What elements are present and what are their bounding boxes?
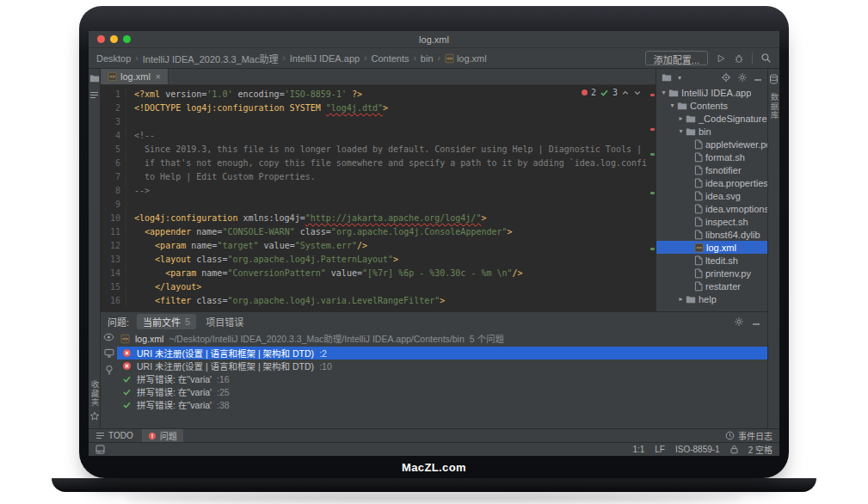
- view-options-eye-icon[interactable]: [103, 333, 114, 341]
- tree-item[interactable]: idea.svg: [656, 189, 767, 202]
- problem-row[interactable]: URI 未注册(设置 | 语言和框架 | 架构和 DTD):2: [117, 347, 767, 360]
- favorites-stripe-label[interactable]: 收藏夹: [89, 380, 101, 408]
- breadcrumb-item[interactable]: IntelliJ IDEA.app: [290, 53, 360, 64]
- error-stripe-mark[interactable]: [650, 192, 655, 194]
- breadcrumb-item[interactable]: Desktop: [96, 53, 131, 64]
- code-line[interactable]: 6 if that's not enough, copy this file s…: [101, 157, 656, 170]
- code-line[interactable]: 16 <filter class="org.apache.log4j.varia…: [101, 294, 656, 308]
- chevron-down-icon[interactable]: ▾: [678, 74, 681, 82]
- caret-position[interactable]: 1:1: [632, 445, 644, 454]
- problems-file-row[interactable]: <> log.xml ~/Desktop/IntelliJ IDEA_2020.…: [117, 330, 767, 347]
- file-icon: [694, 230, 703, 240]
- breadcrumb-item[interactable]: bin: [421, 53, 434, 64]
- code-line[interactable]: 11 <appender name="CONSOLE-WARN" class="…: [101, 225, 656, 239]
- folder-icon: [686, 295, 696, 304]
- problem-row[interactable]: URI 未注册(设置 | 语言和框架 | 架构和 DTD):10: [117, 360, 767, 372]
- editor-tab-logxml[interactable]: <> log.xml ×: [101, 69, 169, 84]
- error-icon: [122, 348, 132, 358]
- database-stripe-icon[interactable]: [769, 74, 779, 84]
- next-problem-icon[interactable]: [633, 89, 642, 97]
- code-line[interactable]: 8-->: [101, 184, 656, 198]
- quick-fix-bulb-icon[interactable]: [105, 365, 114, 376]
- tree-item[interactable]: appletviewer.policy: [656, 138, 767, 151]
- problem-row[interactable]: 拼写错误: 在''varia':16: [117, 372, 767, 385]
- indent-setting[interactable]: 2 空格: [748, 443, 773, 456]
- locate-file-icon[interactable]: [721, 72, 731, 83]
- error-stripe-mark[interactable]: [650, 128, 655, 131]
- code-editor[interactable]: 1<?xml version='1.0' encoding='ISO-8859-…: [101, 85, 656, 311]
- tree-item[interactable]: fsnotifier: [656, 163, 767, 176]
- tree-item[interactable]: ltedit.sh: [656, 254, 767, 267]
- error-icon: [122, 361, 132, 371]
- inspections-widget[interactable]: 2 3: [579, 88, 644, 97]
- breadcrumb-item[interactable]: <>log.xml: [445, 53, 487, 64]
- code-line[interactable]: 12 <param name="target" value="System.er…: [101, 239, 656, 253]
- favorites-star-icon[interactable]: [89, 411, 100, 421]
- tree-item[interactable]: ▾bin: [656, 125, 767, 138]
- code-line[interactable]: 3: [101, 115, 656, 129]
- error-stripe[interactable]: [649, 85, 656, 311]
- close-tab-icon[interactable]: ×: [156, 72, 161, 82]
- search-everywhere-icon[interactable]: [760, 52, 772, 64]
- code-lines[interactable]: 1<?xml version='1.0' encoding='ISO-8859-…: [101, 85, 656, 311]
- tree-item[interactable]: ▸help: [656, 292, 767, 305]
- folder-icon: [668, 89, 679, 97]
- code-line[interactable]: 5 Since 2019.3, this file is no longer l…: [101, 143, 656, 157]
- debug-icon[interactable]: [734, 53, 744, 64]
- tree-item[interactable]: ▸_CodeSignature: [656, 112, 767, 125]
- tree-item[interactable]: ▾Contents: [656, 99, 767, 112]
- file-icon: [694, 191, 703, 201]
- todo-toolwindow-button[interactable]: TODO: [95, 429, 133, 442]
- file-encoding[interactable]: ISO-8859-1: [675, 445, 720, 454]
- toolwindow-toggle-icon[interactable]: [95, 445, 105, 454]
- minimize-window-button[interactable]: [110, 35, 118, 43]
- error-stripe-mark[interactable]: [650, 248, 655, 250]
- window-title: log.xml: [419, 34, 449, 45]
- previous-problem-icon[interactable]: [621, 89, 630, 97]
- code-line[interactable]: 2<!DOCTYPE log4j:configuration SYSTEM "l…: [101, 101, 656, 115]
- tree-settings-icon[interactable]: [737, 72, 748, 83]
- tree-item[interactable]: restarter: [656, 280, 767, 292]
- breadcrumb-item[interactable]: IntelliJ IDEA_2020.3.3_Mac助理: [143, 52, 279, 65]
- tree-item[interactable]: inspect.sh: [656, 215, 767, 228]
- problems-toolwindow-button[interactable]: 问题: [142, 429, 183, 442]
- preview-source-icon[interactable]: [104, 348, 114, 358]
- database-stripe-label[interactable]: 数据库: [768, 93, 780, 120]
- error-stripe-mark[interactable]: [650, 153, 655, 156]
- tree-item[interactable]: idea.vmoptions: [656, 202, 767, 215]
- error-stripe-mark[interactable]: [650, 94, 655, 96]
- problems-tab[interactable]: 项目错误: [200, 314, 249, 329]
- code-line[interactable]: 4<!--: [101, 129, 656, 143]
- code-line[interactable]: 13 <layout class="org.apache.log4j.Patte…: [101, 253, 656, 267]
- close-window-button[interactable]: [97, 35, 105, 43]
- structure-stripe-icon[interactable]: [89, 91, 99, 99]
- problem-row[interactable]: 拼写错误: 在''varia':25: [117, 385, 767, 398]
- problems-tab[interactable]: 当前文件5: [137, 314, 196, 329]
- code-line[interactable]: 9: [101, 198, 656, 212]
- code-line[interactable]: 15 </layout>: [101, 280, 656, 294]
- tree-item[interactable]: printenv.py: [656, 267, 767, 280]
- zoom-window-button[interactable]: [123, 35, 131, 43]
- code-line[interactable]: 14 <param name="ConversionPattern" value…: [101, 267, 656, 280]
- run-icon[interactable]: [716, 53, 726, 64]
- tree-item[interactable]: libnst64.dylib: [656, 228, 767, 241]
- tree-item[interactable]: <>log.xml: [656, 241, 767, 254]
- tree-item[interactable]: format.sh: [656, 151, 767, 163]
- line-separator[interactable]: LF: [655, 445, 665, 454]
- tree-item[interactable]: idea.properties: [656, 176, 767, 189]
- project-stripe-icon[interactable]: [89, 74, 100, 83]
- code-line[interactable]: 7 to Help | Edit Custom Properties.: [101, 170, 656, 184]
- project-view-icon[interactable]: [662, 73, 672, 82]
- problem-row[interactable]: 拼写错误: 在''varia':38: [117, 398, 767, 411]
- breadcrumb-separator: ›: [135, 53, 138, 63]
- hide-panel-icon[interactable]: [754, 73, 762, 82]
- tree-item[interactable]: ▾IntelliJ IDEA.app: [656, 86, 767, 99]
- lock-icon[interactable]: [730, 445, 738, 454]
- add-configuration-button[interactable]: 添加配置...: [645, 51, 708, 65]
- breadcrumb-item[interactable]: Contents: [371, 53, 409, 64]
- code-line[interactable]: 10<log4j:configuration xmlns:log4j="http…: [101, 212, 656, 225]
- code-line[interactable]: 1<?xml version='1.0' encoding='ISO-8859-…: [101, 88, 656, 101]
- problems-hide-icon[interactable]: [752, 317, 760, 326]
- event-log-button[interactable]: 事件日志: [725, 429, 773, 442]
- problems-settings-icon[interactable]: [734, 317, 744, 327]
